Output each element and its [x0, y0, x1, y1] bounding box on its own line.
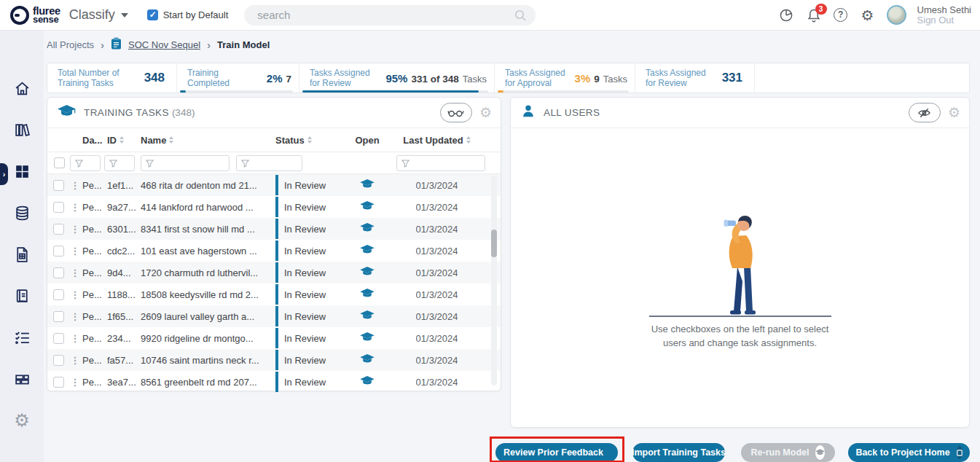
column-header-name[interactable]: Name: [141, 128, 275, 152]
row-menu-kebab-icon[interactable]: [71, 289, 80, 300]
row-menu-kebab-icon[interactable]: [71, 311, 80, 322]
row-status: In Review: [284, 246, 326, 257]
row-checkbox[interactable]: [53, 311, 64, 322]
sidebar-item-settings-history[interactable]: [12, 411, 31, 430]
row-menu-kebab-icon[interactable]: [71, 377, 80, 388]
table-row[interactable]: Pe... cdc2... 101 east ave hagerstown ..…: [47, 240, 501, 262]
avatar[interactable]: [887, 5, 906, 25]
column-header-status[interactable]: Status: [275, 128, 348, 152]
table-row[interactable]: Pe... 9d4... 1720 charmuth rd luthervil.…: [47, 262, 501, 283]
row-checkbox[interactable]: [53, 180, 64, 191]
back-to-project-home-button[interactable]: Back to Project Home: [848, 443, 970, 462]
open-task-cap-icon[interactable]: [360, 267, 375, 279]
review-prior-feedback-button[interactable]: Review Prior Feedback: [495, 443, 618, 462]
status-accent-bar: [275, 175, 278, 195]
row-menu-kebab-icon[interactable]: [71, 202, 80, 213]
column-header-last-updated[interactable]: Last Updated: [386, 128, 487, 152]
sign-out-link[interactable]: Sign Out: [917, 15, 971, 26]
row-menu-kebab-icon[interactable]: [71, 246, 80, 257]
open-task-cap-icon[interactable]: [360, 179, 375, 192]
sidebar-item-book[interactable]: [12, 286, 31, 305]
panel-settings-gear-icon[interactable]: [479, 104, 492, 121]
sidebar-collapse-handle[interactable]: [0, 163, 8, 185]
row-id: 1188...: [107, 289, 136, 300]
open-task-cap-icon[interactable]: [360, 223, 375, 235]
open-task-cap-icon[interactable]: [360, 245, 375, 257]
analytics-pie-icon[interactable]: [779, 7, 795, 23]
app-root: fluree sense Classify Start by Default 3: [0, 0, 980, 462]
notifications-bell-icon[interactable]: 3: [806, 7, 822, 23]
table-row[interactable]: Pe... 1f65... 2609 laurel valley garth a…: [47, 305, 501, 327]
logo-line2: sense: [33, 15, 60, 23]
table-row[interactable]: Pe... 6301... 8341 first st snow hill md…: [47, 218, 501, 240]
sidebar-item-dashboard[interactable]: [12, 162, 31, 181]
table-row[interactable]: Pe... fa57... 10746 saint martins neck r…: [47, 349, 501, 371]
row-checkbox[interactable]: [53, 289, 64, 300]
search-input[interactable]: [244, 5, 536, 26]
filter-input-id[interactable]: [104, 155, 135, 171]
start-by-default-control: Start by Default: [147, 9, 229, 20]
row-menu-kebab-icon[interactable]: [71, 355, 80, 366]
row-status: In Review: [284, 202, 326, 213]
select-all-checkbox[interactable]: [54, 157, 65, 168]
filter-input-last-updated[interactable]: [396, 155, 485, 171]
review-glasses-toggle[interactable]: [440, 103, 472, 122]
database-icon: [13, 204, 31, 222]
top-right-actions: 3 Umesh Sethi Sign Out: [779, 5, 971, 26]
row-checkbox[interactable]: [53, 246, 64, 257]
sidebar-item-home[interactable]: [12, 79, 31, 98]
breadcrumb-project[interactable]: SOC Nov Sequel: [128, 39, 200, 50]
open-task-cap-icon[interactable]: [360, 332, 375, 345]
column-header-id[interactable]: ID: [107, 128, 141, 152]
gear-icon[interactable]: [860, 7, 876, 23]
row-checkbox[interactable]: [53, 377, 64, 388]
row-status: In Review: [284, 333, 326, 344]
row-status: In Review: [284, 311, 326, 322]
panel-settings-gear-icon[interactable]: [948, 104, 960, 121]
table-row[interactable]: Pe... 1188... 18508 keedysville rd md 2.…: [47, 283, 501, 305]
row-menu-kebab-icon[interactable]: [71, 333, 80, 344]
sidebar-item-library[interactable]: [12, 120, 31, 139]
open-task-cap-icon[interactable]: [360, 376, 375, 388]
start-by-default-checkbox[interactable]: [147, 9, 158, 20]
hide-users-eye-off-toggle[interactable]: [909, 103, 941, 122]
filter-input-name[interactable]: [141, 155, 230, 171]
row-id: 1ef1...: [107, 180, 133, 191]
row-name: 10746 saint martins neck r...: [141, 355, 259, 366]
sidebar-item-checklist[interactable]: [12, 328, 31, 347]
row-status: In Review: [284, 355, 326, 366]
table-row[interactable]: Pe... 1ef1... 468 rita dr odenton md 21.…: [47, 174, 501, 196]
open-task-cap-icon[interactable]: [360, 201, 375, 214]
row-owner: Pe...: [82, 202, 102, 213]
stat-tasks-assigned-for-review: Tasks Assigned for Review 95% 331 of 348…: [299, 63, 495, 93]
help-icon[interactable]: [833, 7, 849, 23]
row-menu-kebab-icon[interactable]: [71, 267, 80, 278]
sidebar-item-spreadsheet[interactable]: [12, 245, 31, 264]
table-scrollbar-thumb[interactable]: [491, 230, 497, 257]
row-menu-kebab-icon[interactable]: [71, 224, 80, 235]
open-task-cap-icon[interactable]: [360, 354, 375, 367]
table-row[interactable]: Pe... 3ea7... 8561 greenbelt rd md 207..…: [47, 371, 501, 393]
sidebar-item-bricks[interactable]: [12, 369, 31, 388]
filter-input-status[interactable]: [236, 155, 302, 171]
row-checkbox[interactable]: [53, 267, 64, 278]
open-task-cap-icon[interactable]: [360, 310, 375, 323]
open-task-cap-icon[interactable]: [360, 289, 375, 301]
table-row[interactable]: Pe... 9a27... 414 lankford rd harwood ..…: [47, 196, 501, 218]
table-row[interactable]: Pe... 234... 9920 ridgeline dr montgo...…: [47, 327, 501, 349]
import-training-tasks-button[interactable]: Import Training Tasks: [632, 443, 725, 462]
row-menu-kebab-icon[interactable]: [71, 180, 80, 191]
row-id: 6301...: [107, 224, 136, 235]
filter-input-drag[interactable]: [70, 155, 101, 171]
breadcrumb-all-projects[interactable]: All Projects: [47, 39, 94, 50]
column-header-drag[interactable]: Da...: [82, 128, 107, 152]
row-checkbox[interactable]: [53, 333, 64, 344]
home-icon: [13, 79, 31, 98]
row-checkbox[interactable]: [53, 355, 64, 366]
row-checkbox[interactable]: [53, 202, 64, 213]
mode-selector[interactable]: Classify: [69, 7, 128, 23]
row-checkbox[interactable]: [53, 224, 64, 235]
sidebar-item-database[interactable]: [12, 203, 31, 222]
rerun-model-button[interactable]: Re-run Model: [741, 443, 835, 462]
sort-icon: [466, 136, 471, 144]
